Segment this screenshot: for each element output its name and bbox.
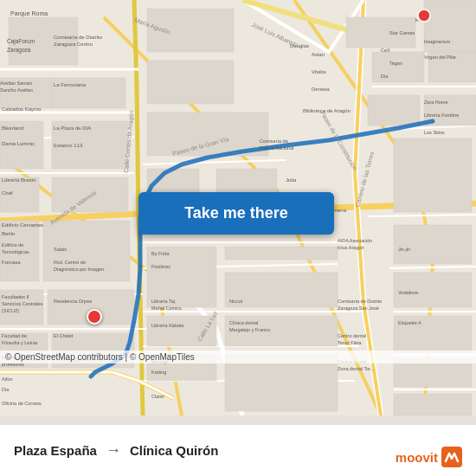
svg-rect-59 bbox=[394, 394, 472, 415]
svg-text:Jin jin: Jin jin bbox=[398, 247, 410, 252]
bottom-bar: Plaza España → Clínica Quirón moovit bbox=[0, 424, 476, 476]
origin-label: Plaza España bbox=[14, 443, 97, 458]
svg-rect-52 bbox=[368, 95, 420, 125]
svg-text:Aslan: Aslan bbox=[312, 52, 325, 57]
destination-label: Clínica Quirón bbox=[130, 443, 219, 458]
svg-text:Estanco 113: Estanco 113 bbox=[54, 143, 83, 148]
location-pin bbox=[87, 309, 102, 325]
moovit-logo: moovit bbox=[396, 447, 462, 467]
svg-text:Tecnológicas: Tecnológicas bbox=[2, 249, 29, 254]
svg-text:Dia: Dia bbox=[2, 387, 10, 392]
map-container: Parque Roma CajaForum Zaragoza Comisaría… bbox=[0, 0, 476, 415]
svg-text:Chef: Chef bbox=[2, 190, 13, 196]
svg-point-146 bbox=[418, 10, 430, 22]
svg-text:Niccol: Niccol bbox=[229, 299, 242, 304]
svg-rect-49 bbox=[424, 0, 476, 52]
arrow-icon: → bbox=[106, 441, 121, 460]
svg-text:Fisólmez: Fisólmez bbox=[151, 264, 170, 269]
svg-text:Star Games: Star Games bbox=[389, 30, 415, 35]
svg-text:Aifon: Aifon bbox=[2, 376, 13, 382]
svg-rect-54 bbox=[394, 138, 472, 212]
attribution-bar: © OpenStreetMap contributors | © OpenMap… bbox=[0, 351, 476, 363]
svg-text:Tenor Fleta: Tenor Fleta bbox=[338, 340, 362, 345]
svg-text:Los Sitios: Los Sitios bbox=[424, 130, 445, 135]
svg-text:Dama Luminic: Dama Luminic bbox=[2, 141, 35, 146]
pin-circle bbox=[87, 309, 102, 325]
svg-text:La Ferroviaria: La Ferroviaria bbox=[54, 82, 87, 87]
svg-text:Dia: Dia bbox=[381, 74, 389, 79]
svg-text:Tegan: Tegan bbox=[389, 61, 402, 66]
svg-text:Ictus Aragón: Ictus Aragón bbox=[338, 245, 364, 250]
svg-text:Zaragoza San José: Zaragoza San José bbox=[338, 306, 379, 311]
svg-text:Margalejo y Franco: Margalejo y Franco bbox=[229, 327, 270, 332]
svg-text:Librería Fontibre: Librería Fontibre bbox=[424, 113, 459, 118]
svg-text:CajaForum: CajaForum bbox=[7, 38, 35, 45]
moovit-brand-text: moovit bbox=[396, 450, 438, 465]
svg-text:Forcasa: Forcasa bbox=[2, 260, 21, 265]
svg-text:Comisaría de: Comisaría de bbox=[260, 138, 288, 144]
svg-text:Filosofia y Letras: Filosofia y Letras bbox=[2, 340, 38, 345]
svg-text:Facultades II: Facultades II bbox=[2, 294, 29, 299]
svg-text:Vodafone: Vodafone bbox=[398, 290, 418, 295]
svg-text:Librería Bretón: Librería Bretón bbox=[2, 177, 36, 183]
svg-text:Julia: Julia bbox=[286, 177, 297, 183]
svg-rect-50 bbox=[372, 52, 424, 82]
svg-text:Residencia Orpea: Residencia Orpea bbox=[54, 299, 93, 304]
svg-text:El Chalet: El Chalet bbox=[54, 333, 74, 338]
attribution-text: © OpenStreetMap contributors | © OpenMap… bbox=[5, 352, 195, 362]
svg-text:Denesa: Denesa bbox=[312, 87, 330, 92]
svg-text:Comisaría de Distrito: Comisaría de Distrito bbox=[338, 299, 382, 304]
svg-text:Mahal Comics: Mahal Comics bbox=[151, 306, 182, 311]
svg-text:Comisaría de Distrito: Comisaría de Distrito bbox=[54, 35, 103, 40]
svg-text:Etiquette A: Etiquette A bbox=[398, 320, 421, 325]
svg-text:Edificio Cervantes: Edificio Cervantes bbox=[2, 222, 43, 228]
svg-text:By Frida: By Frida bbox=[151, 251, 170, 256]
svg-text:Librería Taj: Librería Taj bbox=[151, 299, 175, 304]
svg-text:Karting: Karting bbox=[151, 370, 166, 375]
svg-rect-42 bbox=[225, 247, 338, 260]
svg-text:AIDA Asociación: AIDA Asociación bbox=[338, 238, 372, 243]
svg-text:Virgen del Pilar: Virgen del Pilar bbox=[424, 55, 456, 60]
svg-text:Zara Home: Zara Home bbox=[424, 100, 448, 105]
svg-text:Sancho Avellan: Sancho Avellan bbox=[0, 87, 33, 93]
svg-text:Zaragoza: Zaragoza bbox=[7, 47, 31, 54]
svg-text:Policía Nacional: Policía Nacional bbox=[260, 145, 293, 151]
svg-text:Edificio de: Edificio de bbox=[2, 242, 23, 248]
svg-text:Vitalía: Vitalía bbox=[312, 69, 326, 74]
moovit-logo-icon bbox=[441, 447, 462, 467]
svg-text:Facultad de: Facultad de bbox=[2, 333, 27, 338]
svg-text:Berlin: Berlin bbox=[2, 231, 15, 236]
svg-text:Clínica dental: Clínica dental bbox=[229, 320, 258, 325]
svg-text:Parque Roma: Parque Roma bbox=[10, 10, 48, 17]
svg-text:Zaragoza Centro: Zaragoza Centro bbox=[54, 42, 93, 47]
svg-text:Avellan Sarrais: Avellan Sarrais bbox=[0, 80, 32, 86]
svg-rect-55 bbox=[394, 225, 472, 264]
svg-text:Clarel: Clarel bbox=[151, 394, 164, 399]
svg-text:Oficina de Correos: Oficina de Correos bbox=[2, 401, 42, 406]
svg-text:(SICUZ): (SICUZ) bbox=[2, 308, 19, 313]
svg-rect-37 bbox=[147, 61, 234, 104]
svg-text:Librería Kábala: Librería Kábala bbox=[151, 323, 184, 328]
svg-text:Salain: Salain bbox=[54, 247, 67, 252]
svg-text:La Plaza de DIA: La Plaza de DIA bbox=[54, 125, 91, 131]
svg-text:Bikerland: Bikerland bbox=[2, 125, 23, 131]
svg-text:Servicios Centrales: Servicios Centrales bbox=[2, 301, 43, 306]
svg-text:Centro dental: Centro dental bbox=[338, 333, 366, 338]
svg-text:Zona dental Tor...: Zona dental Tor... bbox=[338, 366, 375, 371]
take-me-there-button[interactable]: Take me there bbox=[138, 192, 334, 235]
svg-text:Rxd. Centro de: Rxd. Centro de bbox=[54, 260, 86, 265]
svg-text:Diagnóstico por Imagen.: Diagnóstico por Imagen. bbox=[54, 267, 106, 272]
svg-text:Imaginarium: Imaginarium bbox=[424, 39, 451, 44]
svg-text:CeX: CeX bbox=[381, 48, 390, 53]
svg-text:Calzados Kaymo: Calzados Kaymo bbox=[2, 106, 42, 112]
